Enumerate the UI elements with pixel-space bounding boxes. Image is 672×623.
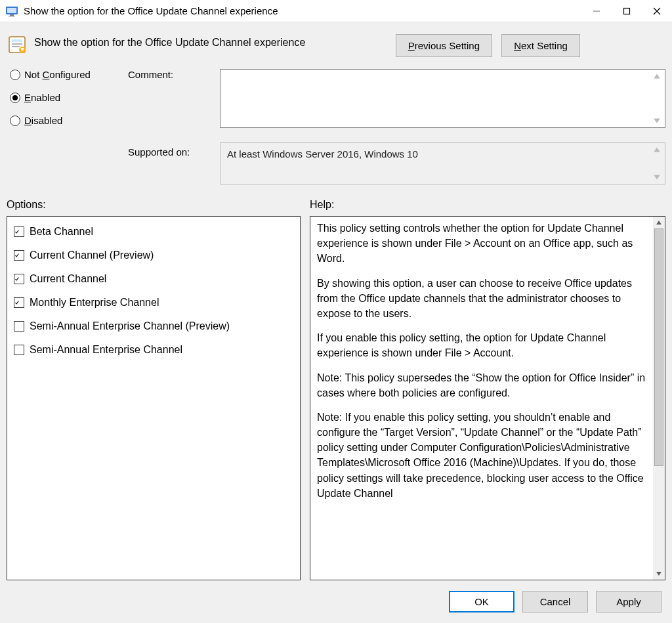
help-paragraph: Note: If you enable this policy setting,… [317,410,646,501]
svg-rect-3 [9,16,15,16]
options-panel: Beta ChannelCurrent Channel (Preview)Cur… [7,216,301,580]
policy-document-icon [7,34,28,55]
checkbox-unchecked-icon[interactable] [14,321,24,332]
supported-scroll [653,146,662,181]
svg-rect-2 [10,14,14,16]
svg-rect-9 [12,39,22,42]
checkbox-unchecked-icon[interactable] [14,345,24,355]
window-title: Show the option for the Office Update Ch… [24,5,581,16]
option-label: Monthly Enterprise Channel [30,297,159,309]
option-checkbox[interactable]: Current Channel (Preview) [14,249,293,261]
comment-textarea[interactable] [220,69,665,128]
option-checkbox[interactable]: Current Channel [14,273,293,285]
checkbox-checked-icon[interactable] [14,274,24,284]
scroll-thumb[interactable] [654,228,663,466]
option-label: Current Channel (Preview) [30,249,154,261]
options-label: Options: [7,199,308,211]
policy-title: Show the option for the Office Update Ch… [34,30,389,49]
close-button[interactable] [642,0,672,22]
help-scrollbar[interactable] [653,217,665,580]
option-label: Semi-Annual Enterprise Channel [30,344,182,356]
radio-disabled[interactable]: Disabled [10,115,128,126]
gpedit-policy-icon [5,5,18,18]
maximize-button[interactable] [612,0,642,22]
option-label: Semi-Annual Enterprise Channel (Preview) [30,320,230,332]
apply-button[interactable]: Apply [596,591,662,612]
scroll-up-icon[interactable] [653,217,665,228]
checkbox-checked-icon[interactable] [14,250,24,261]
help-label: Help: [308,199,665,211]
svg-rect-10 [12,43,22,45]
help-paragraph: This policy setting controls whether the… [317,221,646,267]
supported-on-label: Supported on: [128,142,220,184]
svg-rect-5 [624,8,630,14]
svg-rect-11 [12,46,20,47]
radio-enabled[interactable]: Enabled [10,92,128,103]
radio-not-configured[interactable]: Not Configured [10,69,128,80]
cancel-button[interactable]: Cancel [522,591,588,612]
svg-rect-1 [7,8,16,13]
checkbox-checked-icon[interactable] [14,297,24,308]
previous-setting-button[interactable]: Previous Setting [396,34,492,57]
help-paragraph: Note: This policy supersedes the “Show t… [317,370,646,400]
scroll-down-icon[interactable] [653,568,665,580]
help-paragraph: If you enable this policy setting, the o… [317,330,646,360]
comment-label: Comment: [128,69,220,128]
state-radio-group: Not Configured Enabled Disabled [7,69,128,184]
option-checkbox[interactable]: Beta Channel [14,226,293,238]
supported-on-value: At least Windows Server 2016, Windows 10 [220,142,665,184]
option-checkbox[interactable]: Semi-Annual Enterprise Channel (Preview) [14,320,293,332]
option-label: Current Channel [30,273,106,285]
help-paragraph: By showing this option, a user can choos… [317,276,646,322]
title-bar: Show the option for the Office Update Ch… [0,0,672,22]
next-setting-button[interactable]: Next Setting [501,34,580,57]
policy-header: Show the option for the Office Update Ch… [7,22,665,57]
ok-button[interactable]: OK [449,591,514,612]
option-checkbox[interactable]: Monthly Enterprise Channel [14,297,293,309]
minimize-button[interactable] [581,0,612,22]
help-panel: This policy setting controls whether the… [310,216,665,580]
option-label: Beta Channel [30,226,93,238]
svg-rect-13 [21,48,24,51]
help-text: This policy setting controls whether the… [310,217,653,580]
checkbox-checked-icon[interactable] [14,226,24,237]
comment-scroll[interactable] [653,72,662,125]
option-checkbox[interactable]: Semi-Annual Enterprise Channel [14,344,293,356]
